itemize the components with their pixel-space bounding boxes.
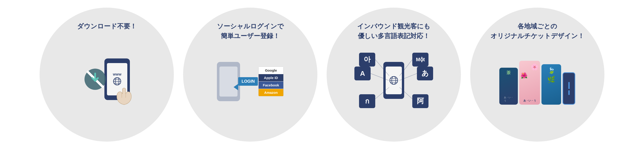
globe-icon <box>113 77 121 85</box>
lang-block-kanji: 阿 <box>412 94 428 108</box>
lang-block-korean1: 아 <box>359 53 375 67</box>
ticket-card-3: 🍃 🌿 <box>542 64 561 105</box>
login-dropdown: Google Apple ID Facebook Amazon <box>258 67 283 96</box>
flower2-icon: 🌺 <box>520 72 528 79</box>
tea-deco: 茶 <box>506 70 511 76</box>
www-text: WWW <box>113 73 122 76</box>
circle-social-login: ソーシャルログインで 簡単ユーザー登録！ LOGIN Google Apple … <box>183 8 317 142</box>
circle-multilingual: インバウンド観光客にも 優しい多言語表記対応！ 아 A ก Một あ 阿 <box>327 8 461 142</box>
circle-no-download: ダウンロード不要！ WWW <box>40 8 174 142</box>
circle3-illustration: 아 A ก Một あ 阿 <box>354 53 433 108</box>
circle2-title: ソーシャルログインで 簡単ユーザー登録！ <box>217 21 284 41</box>
arrow-left-icon <box>234 84 238 90</box>
ticket-label2: あ・い・う <box>524 99 536 102</box>
flower-icon: 🌸 <box>530 63 539 71</box>
phone-device2 <box>217 62 240 101</box>
apple-option[interactable]: Apple ID <box>258 74 283 82</box>
circle3-title: インバウンド観光客にも 優しい多言語表記対応！ <box>357 21 430 41</box>
login-panel: LOGIN Google Apple ID Facebook Amazon <box>238 67 283 96</box>
circle4-illustration: 茶 あ・い・う 🌸 🌺 あ・い・う 🍃 🌿 <box>499 54 575 105</box>
lang-block-latin: A <box>354 67 370 80</box>
circle1-illustration: WWW <box>76 54 137 109</box>
login-button: LOGIN <box>238 77 258 86</box>
ticket4-content <box>563 73 574 104</box>
circle1-title: ダウンロード不要！ <box>77 21 136 31</box>
flower3-icon: 🌿 <box>547 76 555 83</box>
circle-ticket-design: 各地域ごとの オリジナルチケットデザイン！ 茶 あ・い・う 🌸 🌺 あ・い・う … <box>470 8 604 142</box>
ticket4-bar1 <box>568 82 570 89</box>
lang-block-thai: ก <box>359 94 375 108</box>
amazon-option[interactable]: Amazon <box>258 89 283 96</box>
lang-block-hiragana: あ <box>417 67 433 80</box>
leaf-icon: 🍃 <box>548 67 555 74</box>
phone-device3 <box>383 62 404 99</box>
lang-block-viet: Một <box>412 53 428 67</box>
phone-screen3 <box>386 67 402 94</box>
phone-screen2 <box>220 67 238 97</box>
ticket4-bar2 <box>568 90 570 95</box>
google-option[interactable]: Google <box>258 67 283 74</box>
facebook-option[interactable]: Facebook <box>258 82 283 89</box>
hand-icon <box>114 86 134 107</box>
circle4-title: 各地域ごとの オリジナルチケットデザイン！ <box>490 21 584 41</box>
globe-icon2 <box>389 76 398 85</box>
no-download-icon <box>84 68 107 91</box>
ticket-text1: あ・い・う <box>504 96 513 102</box>
ticket-card-1: 茶 あ・い・う <box>499 68 518 105</box>
circle2-illustration: LOGIN Google Apple ID Facebook Amazon <box>217 62 283 101</box>
ticket-card-4 <box>562 72 575 105</box>
ticket-card-2: 🌸 🌺 あ・い・う <box>519 61 540 105</box>
